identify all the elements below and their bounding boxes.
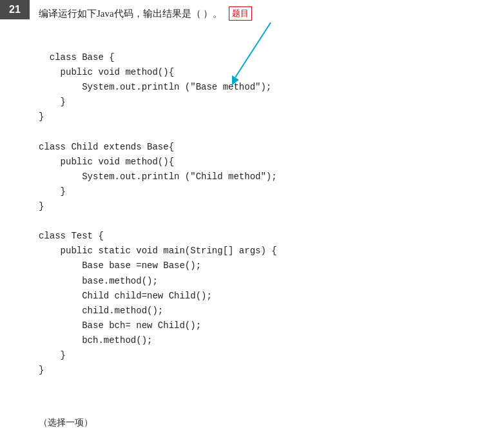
code-line-6 (39, 127, 44, 137)
code-line-21: } (39, 350, 66, 360)
code-line-4: } (39, 97, 66, 107)
code-line-1: class Base { (50, 52, 115, 63)
code-line-15: Base base =new Base(); (39, 260, 201, 271)
code-line-5: } (39, 112, 44, 122)
code-line-12 (39, 216, 44, 226)
select-prompt: （选择一项） (39, 417, 93, 429)
question-prompt: 编译运行如下Java代码，输出结果是（ ）。 (39, 8, 222, 20)
code-line-10: } (39, 186, 66, 197)
question-number-badge: 21 (0, 0, 30, 19)
code-line-7: class Child extends Base{ (39, 142, 174, 152)
question-header: 编译运行如下Java代码，输出结果是（ ）。 题目 (39, 6, 491, 21)
code-line-9: System.out.println ("Child method"); (39, 171, 277, 182)
code-line-3: System.out.println ("Base method"); (39, 82, 271, 92)
code-line-17: Child child=new Child(); (39, 291, 212, 301)
code-line-14: public static void main(String[] args) { (39, 246, 277, 256)
code-line-2: public void method(){ (39, 67, 174, 77)
code-line-20: bch.method(); (39, 335, 152, 346)
code-block: class Base { public void method(){ Syste… (39, 35, 277, 378)
code-line-19: Base bch= new Child(); (39, 320, 201, 331)
code-line-16: base.method(); (39, 276, 158, 286)
code-line-8: public void method(){ (39, 157, 174, 167)
code-line-18: child.method(); (39, 306, 163, 316)
code-line-13: class Test { (39, 231, 104, 241)
code-line-22: } (39, 365, 44, 375)
question-number: 21 (9, 4, 21, 15)
ti-mu-badge[interactable]: 题目 (229, 6, 252, 21)
code-line-11: } (39, 201, 44, 211)
